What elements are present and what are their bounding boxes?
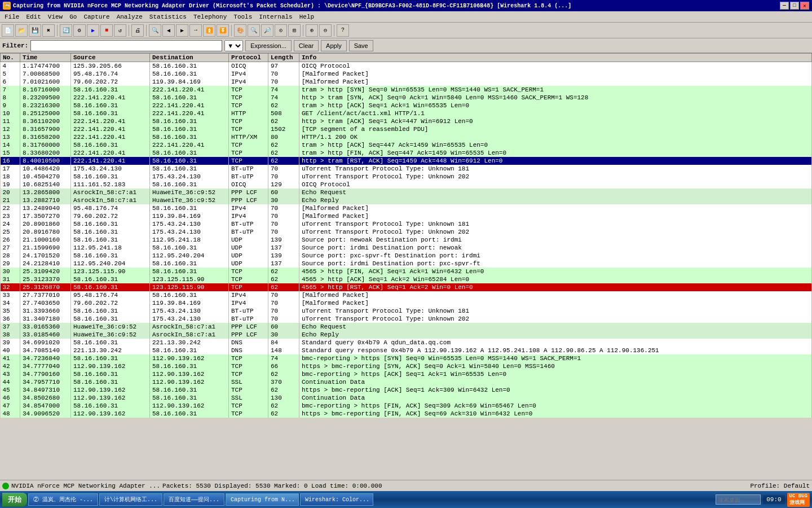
table-row[interactable]: 2113.2882710AsrockIn_58:c7:a1HuaweiTe_36… [1,196,812,204]
apply-button[interactable]: Apply [321,40,347,51]
table-row[interactable]: 3833.0185460HuaweiTe_36:c9:52AsrockIn_58… [1,331,812,339]
menu-item-view[interactable]: View [45,12,66,21]
table-row[interactable]: 2721.1599690112.95.241.1858.16.160.31UDP… [1,244,812,252]
table-row[interactable]: 1710.4486420175.43.24.13058.16.160.31BT-… [1,165,812,173]
menu-item-file[interactable]: File [1,12,23,21]
back-button[interactable]: ◀ [162,24,175,37]
filter-input[interactable] [30,40,222,51]
taskbar-item[interactable]: Capturing from N... [226,493,299,506]
forward-button[interactable]: ▶ [176,24,188,37]
table-row[interactable]: 158.33680200222.141.220.4158.16.160.31TC… [1,149,812,157]
expression-button[interactable]: Expression... [245,40,292,51]
table-row[interactable]: 57.0086850095.48.176.7458.16.160.31IPv47… [1,70,812,78]
menu-item-telephony[interactable]: Telephony [190,12,230,21]
table-row[interactable]: 3225.312687058.16.160.31123.125.115.90TC… [1,283,812,291]
table-row[interactable]: 3025.3109420123.125.115.9058.16.160.31TC… [1,268,812,275]
menu-item-help[interactable]: Help [296,12,317,21]
table-row[interactable]: 4634.8502680112.90.139.16258.16.160.31SS… [1,394,812,402]
save-button[interactable]: 💾 [29,24,41,37]
table-row[interactable]: 148.3176000058.16.160.31222.141.220.41TC… [1,141,812,149]
table-row[interactable]: 4034.7085140221.13.30.24258.16.160.31DNS… [1,347,812,354]
table-row[interactable]: 128.31657900222.141.220.4158.16.160.31TC… [1,125,812,133]
header-destination[interactable]: Destination [150,54,229,62]
table-row[interactable]: 2924.2128410112.95.240.20458.16.160.31UD… [1,260,812,268]
table-row[interactable]: 41.17474700125.39.205.6658.16.160.31OICQ… [1,62,812,71]
open-button[interactable]: 📂 [15,24,28,37]
minimize-button[interactable]: — [780,2,789,10]
capture-options-button[interactable]: ⚙ [73,24,86,37]
menu-item-tools[interactable]: Tools [230,12,255,21]
reload-button[interactable]: 🔄 [60,24,72,37]
taskbar-item[interactable]: Wireshark: Color... [300,493,373,506]
close-button-tb[interactable]: ✖ [42,24,55,37]
table-row[interactable]: 3427.740365079.60.202.72119.39.84.169IPv… [1,299,812,307]
clear-button[interactable]: Clear [294,40,319,51]
table-row[interactable]: 2420.890186058.16.160.31175.43.24.130BT-… [1,220,812,228]
start-button[interactable]: 开始 [2,493,27,506]
table-row[interactable]: 2520.891678058.16.160.31175.43.24.130BT-… [1,228,812,236]
table-row[interactable]: 108.2512500058.16.160.31222.141.220.41HT… [1,110,812,117]
start-capture-button[interactable]: ▶ [87,24,99,37]
stop-capture-button[interactable]: ■ [100,24,113,37]
help-button[interactable]: ? [337,24,349,37]
find-button[interactable]: 🔍 [149,24,161,37]
table-row[interactable]: 4234.7777040112.90.139.16258.16.160.31TC… [1,362,812,370]
print-button[interactable]: 🖨 [131,24,144,37]
maximize-button[interactable]: □ [790,2,799,10]
table-row[interactable]: 67.0102160079.60.202.72119.39.84.169IPv4… [1,78,812,86]
table-row[interactable]: 2013.2865800AsrockIn_58:c7:a1HuaweiTe_36… [1,189,812,196]
menu-item-go[interactable]: Go [66,12,80,21]
menu-item-analyze[interactable]: Analyze [113,12,146,21]
filter-dropdown[interactable]: ▼ [224,40,243,51]
header-protocol[interactable]: Protocol [229,54,268,62]
table-row[interactable]: 2824.170152058.16.160.31112.95.240.204UD… [1,252,812,260]
table-row[interactable]: 88.23209500222.141.220.4158.16.160.31TCP… [1,94,812,102]
menu-item-internals[interactable]: Internals [255,12,295,21]
table-row[interactable]: 118.36110200222.141.220.4158.16.160.31TC… [1,117,812,125]
table-row[interactable]: 168.40010500222.141.220.4158.16.160.31TC… [1,157,812,165]
table-row[interactable]: 138.31658200222.141.220.4158.16.160.31HT… [1,133,812,141]
last-button[interactable]: ⏬ [217,24,229,37]
first-button[interactable]: ⏫ [203,24,215,37]
header-length[interactable]: Length [268,54,299,62]
table-row[interactable]: 2621.100016058.16.160.31112.95.241.18UDP… [1,236,812,244]
table-row[interactable]: 4834.9096520112.90.139.16258.16.160.31TC… [1,410,812,418]
table-row[interactable]: 4434.795771058.16.160.31112.90.139.162SS… [1,378,812,386]
menu-item-capture[interactable]: Capture [80,12,113,21]
goto-button[interactable]: → [189,24,202,37]
packet-table-container[interactable]: No. Time Source Destination Protocol Len… [0,53,812,437]
close-button[interactable]: ✕ [800,2,809,10]
save-filter-button[interactable]: Save [349,40,373,51]
table-row[interactable]: 4334.779016058.16.160.31112.90.139.162TC… [1,370,812,378]
desktop-search-input[interactable] [716,494,761,505]
new-capture-button[interactable]: 📄 [2,24,14,37]
expand-button[interactable]: ⊕ [306,24,318,37]
collapse-button[interactable]: ⊖ [319,24,332,37]
table-row[interactable]: 4134.723684058.16.160.31112.90.139.162TC… [1,354,812,362]
zoom-orig-button[interactable]: ⊙ [275,24,287,37]
resize-button[interactable]: ⊞ [288,24,301,37]
table-row[interactable]: 3934.699102058.16.160.31221.13.30.242DNS… [1,339,812,347]
table-row[interactable]: 3327.737701095.48.176.7458.16.160.31IPv4… [1,291,812,299]
menu-item-edit[interactable]: Edit [23,12,44,21]
table-row[interactable]: 2317.350727079.60.202.72119.39.84.169IPv… [1,212,812,220]
colorize-button[interactable]: 🎨 [234,24,246,37]
table-row[interactable]: 4734.854700058.16.160.31112.90.139.162TC… [1,402,812,410]
header-source[interactable]: Source [71,54,150,62]
header-no[interactable]: No. [1,54,20,62]
header-time[interactable]: Time [20,54,71,62]
zoom-in-button[interactable]: 🔍 [248,24,260,37]
table-row[interactable]: 3733.0165360HuaweiTe_36:c9:52AsrockIn_58… [1,323,812,331]
table-row[interactable]: 3531.339366058.16.160.31175.43.24.130BT-… [1,307,812,315]
taskbar-item[interactable]: ② 温岚、周杰伦 -... [28,493,98,506]
taskbar-item[interactable]: 百度知道——提问... [164,493,224,506]
table-row[interactable]: 2213.248904095.48.176.7458.16.160.31IPv4… [1,204,812,212]
table-row[interactable]: 98.2321630058.16.160.31222.141.220.41TCP… [1,102,812,110]
table-row[interactable]: 3631.340718058.16.160.31175.43.24.130BT-… [1,315,812,323]
table-row[interactable]: 78.1671600058.16.160.31222.141.220.41TCP… [1,86,812,94]
table-row[interactable]: 1810.450427058.16.160.31175.43.24.130BT-… [1,173,812,181]
header-info[interactable]: Info [299,54,812,62]
taskbar-item[interactable]: 计\计算机网络工... [99,493,162,506]
menu-item-statistics[interactable]: Statistics [146,12,190,21]
table-row[interactable]: 3125.312337058.16.160.31123.125.115.90TC… [1,275,812,283]
